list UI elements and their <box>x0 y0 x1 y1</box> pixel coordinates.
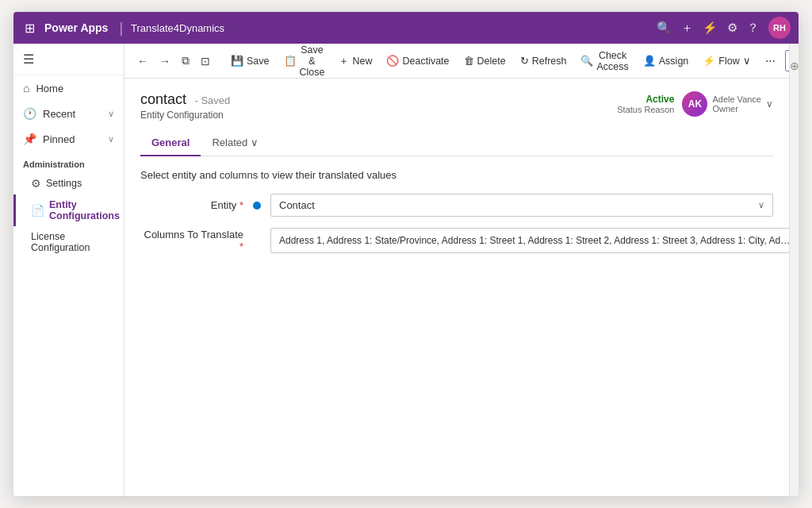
new-button[interactable]: ＋ New <box>332 50 378 72</box>
refresh-label: Refresh <box>532 56 567 67</box>
settings-icon[interactable]: ⚙ <box>727 21 737 35</box>
columns-field-label: Columns To Translate * <box>140 229 243 252</box>
deactivate-button[interactable]: 🚫 Deactivate <box>380 51 455 71</box>
record-header: contact - Saved Entity Configuration Act… <box>140 91 773 121</box>
entity-field-indicator <box>253 202 261 210</box>
forward-button[interactable]: → <box>155 51 175 71</box>
nav-buttons-group: ← → ⧉ ⊡ <box>132 51 215 71</box>
flow-label: Flow <box>718 56 739 67</box>
save-close-label: Save & Close <box>300 44 325 78</box>
record-title-row: contact - Saved <box>140 91 230 108</box>
sidebar-item-settings[interactable]: ⚙ Settings <box>13 172 124 194</box>
check-access-label: Check Access <box>596 50 628 72</box>
home-icon: ⌂ <box>23 82 29 94</box>
entity-field-label: Entity * <box>140 199 243 211</box>
assign-icon: 👤 <box>643 55 656 67</box>
pinned-icon: 📌 <box>23 133 36 145</box>
grid-icon[interactable]: ⊞ <box>21 17 38 39</box>
sidebar-pinned-label: Pinned <box>43 133 75 145</box>
sidebar: ☰ ⌂ Home 🕐 Recent ∨ 📌 Pinned ∨ Administr… <box>13 44 124 496</box>
deactivate-icon: 🚫 <box>386 55 399 67</box>
owner-name: Adele Vance <box>712 94 761 104</box>
assign-button[interactable]: 👤 Assign <box>637 51 695 71</box>
entity-dropdown-icon: ∨ <box>758 200 764 210</box>
filter-icon[interactable]: ⚡ <box>703 21 718 35</box>
related-chevron-icon: ∨ <box>251 137 259 148</box>
sidebar-item-entity-config[interactable]: 📄 Entity Configurations <box>13 194 124 226</box>
sidebar-item-license[interactable]: License Configuration <box>13 226 124 258</box>
user-avatar[interactable]: RH <box>768 17 791 39</box>
record-status-block: Active Status Reason AK Adele Vance Owne… <box>617 91 773 117</box>
toolbar: ← → ⧉ ⊡ 💾 Save 📋 Save & Close ＋ New <box>124 44 789 79</box>
flow-button[interactable]: ⚡ Flow ∨ <box>696 51 756 71</box>
sidebar-item-recent[interactable]: 🕐 Recent ∨ <box>13 101 124 126</box>
related-tab-label: Related <box>212 137 247 148</box>
delete-label: Delete <box>477 56 506 67</box>
record-title: contact <box>140 91 186 107</box>
columns-multiselect[interactable]: Address 1, Address 1: State/Province, Ad… <box>270 228 789 253</box>
delete-icon: 🗑 <box>464 55 474 67</box>
flow-chevron-icon: ∨ <box>743 55 751 67</box>
page-content: contact - Saved Entity Configuration Act… <box>124 79 789 496</box>
status-active-label: Active <box>617 94 674 105</box>
save-label: Save <box>247 56 270 67</box>
owner-avatar: AK <box>682 91 707 117</box>
content-area: ← → ⧉ ⊡ 💾 Save 📋 Save & Close ＋ New <box>124 44 789 496</box>
owner-info: Adele Vance Owner <box>712 94 761 114</box>
status-info: Active Status Reason <box>617 94 674 114</box>
back-button[interactable]: ← <box>132 51 153 71</box>
form-instruction: Select entity and columns to view their … <box>140 169 773 181</box>
check-icon: 🔍 <box>580 55 593 67</box>
settings-gear-icon: ⚙ <box>31 177 41 190</box>
sidebar-home-label: Home <box>36 83 63 94</box>
sidebar-hamburger[interactable]: ☰ <box>13 44 124 75</box>
delete-button[interactable]: 🗑 Delete <box>458 51 512 71</box>
tab-related[interactable]: Related ∨ <box>201 130 270 156</box>
more-button[interactable]: ⋯ <box>759 51 782 71</box>
entity-input[interactable]: Contact ∨ <box>270 194 773 217</box>
top-nav-icons-group: 🔍 ＋ ⚡ ⚙ ？ RH <box>657 17 791 39</box>
new-label: New <box>352 56 372 67</box>
tab-general[interactable]: General <box>140 130 201 156</box>
sidebar-entity-label: Entity Configurations <box>49 199 120 221</box>
sidebar-item-home[interactable]: ⌂ Home <box>13 75 124 101</box>
save-close-button[interactable]: 📋 Save & Close <box>278 44 331 82</box>
record-button[interactable]: ⊡ <box>196 51 215 71</box>
recent-chevron-icon: ∨ <box>108 109 114 119</box>
pinned-chevron-icon: ∨ <box>108 134 114 144</box>
right-edge-icon[interactable]: ⊕ <box>790 60 799 72</box>
add-icon[interactable]: ＋ <box>681 21 693 36</box>
new-icon: ＋ <box>339 54 349 68</box>
assign-label: Assign <box>659 56 689 67</box>
flow-icon: ⚡ <box>703 55 715 67</box>
sidebar-item-pinned[interactable]: 📌 Pinned ∨ <box>13 126 124 152</box>
brand-label: Power Apps <box>44 21 108 34</box>
top-navigation: ⊞ Power Apps | Translate4Dynamics 🔍 ＋ ⚡ … <box>13 12 799 44</box>
entity-input-value: Contact <box>279 199 315 211</box>
entity-required-dot <box>253 202 261 210</box>
tabs-bar: General Related ∨ <box>140 130 773 156</box>
sidebar-license-label: License Configuration <box>31 231 114 253</box>
search-icon[interactable]: 🔍 <box>657 21 672 35</box>
entity-field-row: Entity * Contact ∨ <box>140 194 773 217</box>
help-icon[interactable]: ？ <box>747 21 759 36</box>
save-button[interactable]: 💾 Save <box>224 51 276 71</box>
refresh-button[interactable]: ↻ Refresh <box>514 51 573 71</box>
sidebar-recent-label: Recent <box>43 108 75 120</box>
record-saved-indicator: - Saved <box>195 94 231 106</box>
more-icon: ⋯ <box>765 55 776 67</box>
record-title-block: contact - Saved Entity Configuration <box>140 91 230 121</box>
status-reason-label: Status Reason <box>617 105 674 114</box>
refresh-icon: ↻ <box>520 55 529 67</box>
copy-button[interactable]: ⧉ <box>177 51 194 71</box>
recent-icon: 🕐 <box>23 107 36 120</box>
owner-chevron-icon[interactable]: ∨ <box>766 98 773 110</box>
columns-field-row: Columns To Translate * Address 1, Addres… <box>140 228 773 253</box>
save-close-icon: 📋 <box>284 55 297 67</box>
app-name-label: Translate4Dynamics <box>131 22 224 34</box>
deactivate-label: Deactivate <box>402 56 449 67</box>
record-subtitle: Entity Configuration <box>140 110 230 121</box>
nav-divider: | <box>119 20 123 37</box>
check-access-button[interactable]: 🔍 Check Access <box>574 46 634 76</box>
record-owner-group[interactable]: AK Adele Vance Owner ∨ <box>682 91 773 117</box>
